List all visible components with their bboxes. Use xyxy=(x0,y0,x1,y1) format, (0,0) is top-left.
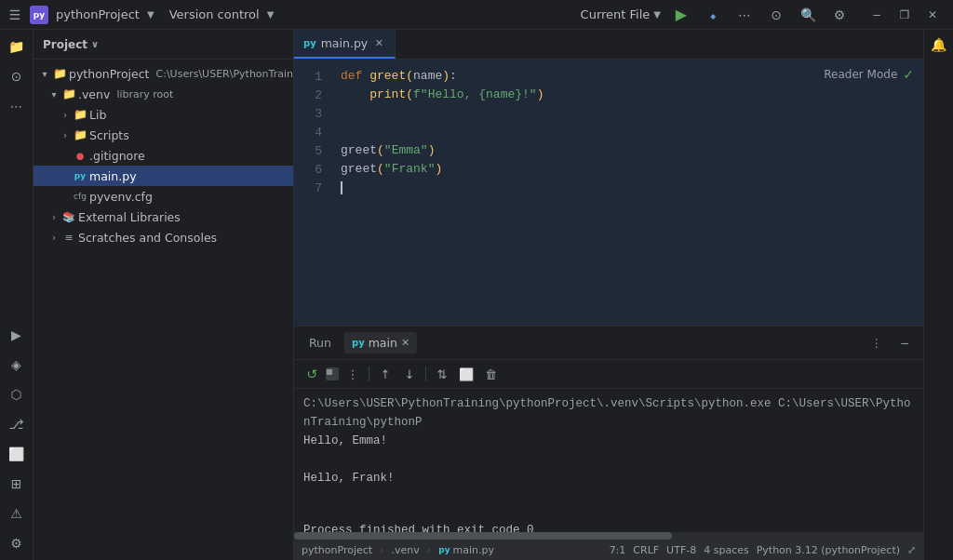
status-encoding[interactable]: UTF-8 xyxy=(666,544,696,556)
scroll-up-button[interactable]: ↑ xyxy=(375,364,396,384)
more-options-button[interactable]: ⋯ xyxy=(732,2,758,28)
version-control-dropdown-icon[interactable]: ▼ xyxy=(267,9,275,20)
debug-button[interactable]: ⬥ xyxy=(700,2,726,28)
settings2-icon[interactable]: ⚙ xyxy=(4,530,30,556)
services-icon[interactable]: ⊞ xyxy=(4,471,30,497)
editor-section: py main.py ✕ 1 2 3 4 5 6 7 xyxy=(294,30,923,326)
status-venv-label: .venv xyxy=(392,544,420,556)
clear-button[interactable]: 🗑 xyxy=(480,364,501,384)
chevron-down-icon: ▾ xyxy=(39,68,50,79)
tree-label-scratches: Scratches and Consoles xyxy=(78,231,217,245)
files-icon[interactable]: 📁 xyxy=(4,33,30,60)
tree-item-external-libs[interactable]: › 📚 External Libraries xyxy=(34,207,293,227)
soft-wrap-button[interactable]: ⇅ xyxy=(432,364,452,384)
search-icon[interactable]: ⊙ xyxy=(4,63,30,89)
git-icon: ● xyxy=(74,149,87,162)
current-file-arrow: ▼ xyxy=(653,9,661,20)
status-python-version[interactable]: Python 3.12 (pythonProject) xyxy=(757,544,900,556)
status-file-label: main.py xyxy=(453,544,494,556)
line-num-5: 5 xyxy=(294,141,331,160)
version-control[interactable]: Version control xyxy=(169,7,260,21)
tree-item-pyvenv-cfg[interactable]: cfg pyvenv.cfg xyxy=(34,186,293,207)
tab-close-button[interactable]: ✕ xyxy=(372,36,385,49)
status-position[interactable]: 7:1 xyxy=(610,544,626,556)
code-area[interactable]: def greet(name): print(f"Hello, {name}!"… xyxy=(331,60,923,326)
scroll-down-button[interactable]: ↓ xyxy=(399,364,420,384)
terminal-icon[interactable]: ⬜ xyxy=(4,441,30,467)
run-tab-close[interactable]: ✕ xyxy=(401,337,409,349)
code-line-3 xyxy=(341,104,923,123)
tree-item-gitignore[interactable]: ● .gitignore xyxy=(34,145,293,166)
project-dropdown-icon[interactable]: ▼ xyxy=(147,9,154,20)
run-panel: Run py main ✕ ⋮ − ↺ ■ ⋮ ↑ ↓ ⇅ xyxy=(294,326,923,540)
run-main-label: main xyxy=(369,336,397,350)
notification-bell-icon[interactable]: 🔔 xyxy=(928,33,950,56)
close-button[interactable]: ✕ xyxy=(919,2,946,28)
profile-button[interactable]: ⊙ xyxy=(763,2,789,28)
editor[interactable]: 1 2 3 4 5 6 7 def greet(name): print(f" xyxy=(294,60,923,326)
status-project-label: pythonProject xyxy=(302,544,372,556)
run-button[interactable]: ▶ xyxy=(668,2,694,28)
tree-item-mainpy[interactable]: py main.py xyxy=(34,166,293,186)
project-name[interactable]: pythonProject xyxy=(56,7,140,21)
more-tools-icon[interactable]: ⋯ xyxy=(4,93,30,119)
titlebar-actions: ▶ ⬥ ⋯ ⊙ 🔍 ⚙ xyxy=(668,2,852,28)
scrollbar-thumb[interactable] xyxy=(294,532,672,540)
chevron-down-icon: ▾ xyxy=(48,88,60,100)
run-more-button[interactable]: ⋮ xyxy=(342,364,363,384)
status-file[interactable]: py main.py xyxy=(438,544,494,556)
status-bar: pythonProject › .venv › py main.py 7:1 C… xyxy=(294,540,923,560)
chevron-right-icon: › xyxy=(48,211,60,222)
packages-icon[interactable]: ◈ xyxy=(4,352,30,378)
line-num-1: 1 xyxy=(294,67,331,86)
problems-icon[interactable]: ⚠ xyxy=(4,500,30,527)
tree-label-scripts: Scripts xyxy=(89,128,129,142)
settings-button[interactable]: ⚙ xyxy=(826,2,852,28)
maximize-button[interactable]: ❐ xyxy=(892,2,918,28)
status-line-ending[interactable]: CRLF xyxy=(633,544,659,556)
cfg-icon: cfg xyxy=(74,190,87,203)
run-main-tab[interactable]: py main ✕ xyxy=(344,332,417,353)
vcs-icon[interactable]: ⎇ xyxy=(4,411,30,437)
menu-icon[interactable]: ☰ xyxy=(7,7,22,22)
python-console-icon[interactable]: ⬡ xyxy=(4,381,30,407)
status-expand-icon[interactable]: ⤢ xyxy=(907,544,916,556)
search-button[interactable]: 🔍 xyxy=(795,2,821,28)
status-venv[interactable]: .venv xyxy=(392,544,420,556)
python-file-icon: py xyxy=(74,169,87,182)
run-command-line: C:\Users\USER\PythonTraining\pythonProje… xyxy=(303,394,914,432)
run-tab-label[interactable]: Run xyxy=(302,332,339,353)
tree-item-lib[interactable]: › 📁 Lib xyxy=(34,104,293,125)
reader-mode-button[interactable]: Reader Mode ✓ xyxy=(824,67,914,82)
status-py-icon: py xyxy=(438,545,450,554)
run-panel-more-icon[interactable]: ⋮ xyxy=(866,332,888,354)
tree-item-scripts[interactable]: › 📁 Scripts xyxy=(34,125,293,145)
tree-item-scratches[interactable]: › ≡ Scratches and Consoles xyxy=(34,227,293,247)
tree-item-venv[interactable]: ▾ 📁 .venv library root xyxy=(34,84,293,104)
status-project[interactable]: pythonProject xyxy=(302,544,372,556)
line-numbers: 1 2 3 4 5 6 7 xyxy=(294,60,331,326)
stop-button[interactable]: ■ xyxy=(326,367,339,380)
chevron-right-icon: › xyxy=(48,232,60,243)
line-num-2: 2 xyxy=(294,86,331,104)
run-exit-status: Process finished with exit code 0 xyxy=(303,521,914,532)
sidebar-header-arrow: ∨ xyxy=(91,39,99,49)
code-line-5: greet("Emma") xyxy=(341,141,923,160)
folder-icon: 📁 xyxy=(74,128,87,141)
titlebar: ☰ py pythonProject ▼ Version control ▼ C… xyxy=(0,0,953,30)
tree-item-pythonproject[interactable]: ▾ 📁 pythonProject C:\Users\USER\PythonTr… xyxy=(34,63,293,84)
tree-label-mainpy: main.py xyxy=(89,169,137,183)
tab-mainpy[interactable]: py main.py ✕ xyxy=(294,30,396,59)
current-file-selector[interactable]: Current File ▼ xyxy=(581,7,661,21)
minimize-button[interactable]: − xyxy=(864,2,890,28)
status-indent[interactable]: 4 spaces xyxy=(704,544,749,556)
run-panel-close-icon[interactable]: − xyxy=(893,332,916,354)
run-configs-icon[interactable]: ▶ xyxy=(4,322,30,348)
run-output[interactable]: C:\Users\USER\PythonTraining\pythonProje… xyxy=(294,389,923,532)
rerun-button[interactable]: ↺ xyxy=(302,364,322,384)
run-output-blank2 xyxy=(303,495,914,513)
code-line-4 xyxy=(341,123,923,141)
run-scrollbar[interactable] xyxy=(294,532,923,540)
print-button[interactable]: ⬜ xyxy=(456,364,476,384)
run-panel-header: Run py main ✕ ⋮ − xyxy=(294,327,923,360)
